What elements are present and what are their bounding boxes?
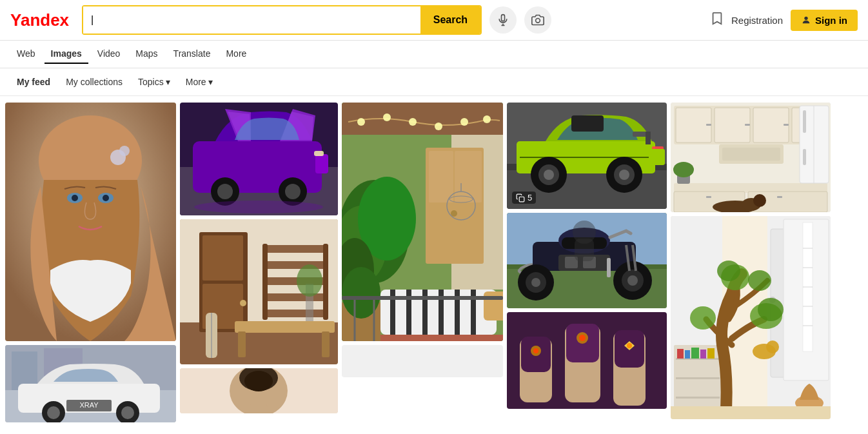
svg-point-63: [383, 113, 391, 121]
svg-rect-198: [671, 406, 831, 419]
logo-andex: andex: [21, 10, 69, 30]
svg-point-32: [194, 201, 323, 213]
nav-item-more[interactable]: More: [219, 44, 253, 64]
registration-button[interactable]: Registration: [731, 15, 783, 26]
svg-rect-98: [571, 115, 604, 132]
svg-rect-87: [484, 291, 503, 321]
nav-item-maps[interactable]: Maps: [129, 44, 164, 64]
sub-nav-bar: My feed My collections Topics ▾ More ▾: [0, 68, 868, 96]
signin-button[interactable]: Sign in: [791, 10, 858, 31]
svg-point-27: [217, 184, 233, 199]
image-column-2: [180, 103, 338, 422]
image-column-4: 5: [507, 103, 667, 422]
svg-point-193: [690, 306, 716, 330]
svg-point-190: [758, 298, 784, 321]
svg-rect-146: [753, 108, 789, 143]
svg-rect-0: [502, 15, 505, 21]
svg-point-164: [673, 162, 694, 177]
svg-point-39: [240, 300, 246, 306]
nav-bar: Web Images Video Maps Translate More: [0, 41, 868, 68]
logo-y: Y: [10, 10, 21, 30]
svg-rect-61: [342, 103, 503, 135]
list-item[interactable]: [507, 213, 667, 308]
image-column-5: [671, 103, 831, 422]
list-item[interactable]: 5: [507, 103, 667, 209]
list-item[interactable]: [671, 216, 831, 419]
svg-rect-149: [745, 124, 750, 126]
chevron-down-icon-2: ▾: [208, 77, 213, 87]
svg-point-141: [627, 343, 632, 348]
svg-rect-187: [700, 350, 706, 359]
nav-item-translate[interactable]: Translate: [167, 44, 217, 64]
list-item[interactable]: [180, 103, 338, 215]
svg-point-67: [483, 115, 491, 123]
svg-text:XRAY: XRAY: [79, 401, 99, 409]
camera-button[interactable]: [524, 6, 551, 34]
svg-rect-150: [784, 124, 789, 126]
list-item[interactable]: XRAY: [5, 345, 176, 422]
svg-point-137: [579, 335, 586, 341]
list-item[interactable]: [180, 219, 338, 364]
sub-nav-topics-dropdown[interactable]: Topics ▾: [132, 74, 177, 90]
svg-rect-90: [380, 335, 503, 341]
image-grid: XRAY: [0, 96, 868, 429]
svg-rect-71: [455, 151, 482, 202]
search-button[interactable]: Search: [420, 6, 480, 34]
list-item[interactable]: [180, 368, 338, 413]
svg-rect-126: [607, 258, 611, 277]
nav-item-web[interactable]: Web: [10, 44, 42, 64]
list-item[interactable]: [342, 103, 503, 341]
list-item[interactable]: [342, 345, 503, 377]
nav-item-images[interactable]: Images: [44, 44, 88, 64]
svg-rect-45: [262, 244, 268, 320]
badge-count: 5: [528, 193, 532, 202]
svg-point-106: [619, 170, 629, 180]
microphone-button[interactable]: [489, 6, 517, 34]
list-item[interactable]: [5, 103, 176, 341]
svg-point-125: [531, 278, 540, 287]
svg-rect-186: [691, 348, 699, 359]
sub-nav-my-feed[interactable]: My feed: [10, 74, 57, 90]
svg-point-53: [297, 264, 322, 297]
logo[interactable]: Yandex: [10, 10, 69, 30]
svg-point-167: [753, 194, 766, 207]
svg-rect-31: [314, 151, 324, 156]
svg-rect-43: [264, 293, 328, 301]
svg-rect-183: [676, 397, 720, 399]
svg-rect-70: [429, 151, 453, 202]
svg-rect-157: [706, 196, 711, 198]
sub-nav-my-collections[interactable]: My collections: [59, 74, 129, 90]
sub-nav-more-label: More: [186, 77, 206, 87]
svg-rect-100: [646, 132, 651, 144]
user-icon: [801, 15, 811, 25]
camera-icon: [531, 14, 544, 26]
list-item[interactable]: [507, 312, 667, 409]
svg-rect-158: [777, 196, 782, 198]
svg-point-1: [536, 19, 540, 23]
microphone-icon: [497, 14, 509, 26]
list-item[interactable]: [671, 103, 831, 212]
svg-rect-46: [323, 244, 328, 320]
image-column-1: XRAY: [5, 103, 176, 422]
header: Yandex Search Registration Sign in: [0, 0, 868, 41]
copy-icon: [516, 193, 525, 202]
svg-point-9: [103, 195, 109, 201]
svg-point-194: [748, 270, 771, 291]
svg-rect-41: [264, 261, 328, 269]
sub-nav-more-dropdown[interactable]: More ▾: [179, 74, 219, 90]
nav-item-video[interactable]: Video: [91, 44, 127, 64]
svg-point-103: [544, 170, 554, 180]
svg-rect-108: [649, 149, 665, 165]
svg-point-18: [47, 406, 60, 419]
bookmark-icon[interactable]: [711, 12, 724, 29]
svg-rect-128: [575, 239, 594, 261]
svg-point-72: [451, 210, 457, 217]
svg-point-29: [285, 184, 301, 199]
svg-point-2: [804, 17, 807, 20]
svg-point-66: [460, 118, 468, 126]
image-badge: 5: [512, 192, 536, 204]
svg-rect-145: [715, 108, 750, 143]
search-input[interactable]: [83, 6, 420, 34]
svg-point-65: [435, 123, 442, 130]
svg-rect-188: [707, 348, 715, 359]
